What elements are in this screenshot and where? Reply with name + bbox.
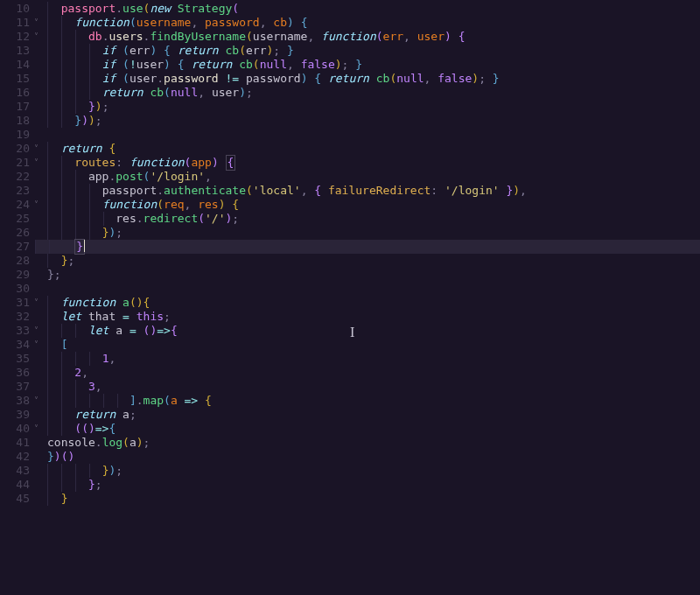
line-number[interactable]: 31˅ [0, 296, 30, 310]
code-line[interactable]: let that = this; [47, 310, 700, 324]
line-number[interactable]: 13 [0, 44, 30, 58]
line-number[interactable]: 38˅ [0, 394, 30, 408]
code-line[interactable]: passport.authenticate('local', { failure… [47, 184, 700, 198]
code-line[interactable]: function(username, password, cb) { [47, 16, 700, 30]
code-line[interactable]: function a(){ [47, 296, 700, 310]
code-line[interactable]: [ [47, 338, 700, 352]
line-number[interactable]: 27˅ [0, 240, 30, 254]
line-number[interactable]: 24˅ [0, 198, 30, 212]
code-line[interactable]: db.users.findByUsername(username, functi… [47, 30, 700, 44]
line-number[interactable]: 39 [0, 408, 30, 422]
code-line[interactable]: 1, [47, 352, 700, 366]
line-number[interactable]: 18 [0, 114, 30, 128]
line-number[interactable]: 26 [0, 226, 30, 240]
line-number[interactable]: 29 [0, 268, 30, 282]
code-line[interactable]: passport.use(new Strategy( [47, 2, 700, 16]
code-line[interactable]: 3, [47, 380, 700, 394]
line-number[interactable]: 11˅ [0, 16, 30, 30]
line-number[interactable]: 15 [0, 72, 30, 86]
line-number[interactable]: 22 [0, 170, 30, 184]
line-number[interactable]: 37 [0, 380, 30, 394]
code-line[interactable]: app.post('/login', [47, 170, 700, 184]
code-line[interactable]: }; [47, 478, 700, 492]
code-line[interactable]: let a = ()=>{ [47, 324, 700, 338]
code-line[interactable]: }; [47, 268, 700, 282]
caret [84, 240, 85, 252]
code-line[interactable]: }); [47, 226, 700, 240]
line-number[interactable]: 21˅ [0, 156, 30, 170]
line-number[interactable]: 23 [0, 184, 30, 198]
code-line[interactable]: console.log(a); [47, 436, 700, 450]
code-line[interactable]: routes: function(app) { [47, 156, 700, 170]
line-number[interactable]: 28 [0, 254, 30, 268]
line-number[interactable]: 35 [0, 352, 30, 366]
line-number[interactable]: 45 [0, 492, 30, 506]
line-number[interactable]: 10 [0, 2, 30, 16]
code-line[interactable]: function(req, res) { [47, 198, 700, 212]
line-number[interactable]: 36 [0, 366, 30, 380]
line-number[interactable]: 25 [0, 212, 30, 226]
line-number[interactable]: 20˅ [0, 142, 30, 156]
line-number[interactable]: 33˅ [0, 324, 30, 338]
line-number[interactable]: 14 [0, 58, 30, 72]
line-number[interactable]: 30 [0, 282, 30, 296]
line-number[interactable]: 16 [0, 86, 30, 100]
line-number[interactable]: 43 [0, 464, 30, 478]
code-line[interactable]: })); [47, 114, 700, 128]
line-number-gutter[interactable]: 1011˅12˅1314151617181920˅21˅222324˅25262… [0, 2, 35, 595]
code-line[interactable]: } [47, 492, 700, 506]
code-editor[interactable]: 1011˅12˅1314151617181920˅21˅222324˅25262… [0, 0, 700, 595]
code-line[interactable]: return a; [47, 408, 700, 422]
line-number[interactable]: 44 [0, 478, 30, 492]
code-line[interactable]: if (!user) { return cb(null, false); } [47, 58, 700, 72]
code-line[interactable] [47, 282, 700, 296]
code-area[interactable]: passport.use(new Strategy( function(user… [35, 2, 700, 595]
line-number[interactable]: 40˅ [0, 422, 30, 436]
code-line[interactable]: }); [47, 464, 700, 478]
code-line[interactable]: }); [47, 100, 700, 114]
line-number[interactable]: 17 [0, 100, 30, 114]
code-line[interactable] [47, 128, 700, 142]
line-number[interactable]: 19 [0, 128, 30, 142]
code-line[interactable]: return cb(null, user); [47, 86, 700, 100]
code-line[interactable]: if (user.password != password) { return … [47, 72, 700, 86]
code-line[interactable]: ].map(a => { [47, 394, 700, 408]
code-line[interactable]: })() [47, 450, 700, 464]
line-number[interactable]: 42 [0, 450, 30, 464]
line-number[interactable]: 41 [0, 436, 30, 450]
code-line[interactable]: return { [47, 142, 700, 156]
code-line[interactable]: (()=>{ [47, 422, 700, 436]
code-line[interactable]: 2, [47, 366, 700, 380]
code-line[interactable]: }; [47, 254, 700, 268]
line-number[interactable]: 34˅ [0, 338, 30, 352]
line-number[interactable]: 32 [0, 310, 30, 324]
code-line[interactable]: if (err) { return cb(err); } [47, 44, 700, 58]
line-number[interactable]: 12˅ [0, 30, 30, 44]
code-line[interactable]: res.redirect('/'); [47, 212, 700, 226]
code-line[interactable]: } [35, 240, 700, 254]
